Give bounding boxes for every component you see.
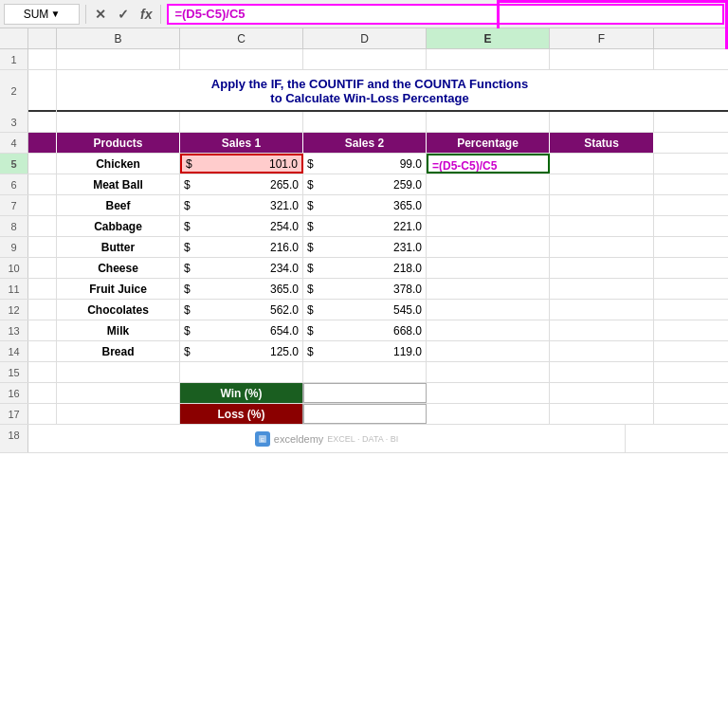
cell-e1[interactable] [427,49,550,69]
formula-input[interactable]: =(D5-C5)/C5 [167,4,724,25]
cell-d11[interactable]: $378.0 [303,279,427,299]
cell-e12[interactable] [427,300,550,320]
cell-b1[interactable] [57,49,180,69]
cell-a6[interactable] [28,174,57,194]
cell-a11[interactable] [28,279,57,299]
cell-d7[interactable]: $365.0 [303,195,427,215]
cell-c5[interactable]: $ 101.0 [180,154,303,174]
cell-c1[interactable] [180,49,303,69]
cell-a2[interactable] [28,70,57,112]
cell-d3[interactable] [303,112,427,132]
cell-c8[interactable]: $254.0 [180,216,303,236]
cell-f15[interactable] [550,362,654,382]
cell-d13[interactable]: $668.0 [303,320,427,340]
cell-b12[interactable]: Chocolates [57,300,180,320]
cell-e8[interactable] [427,216,550,236]
cell-f13[interactable] [550,320,654,340]
cell-d16-win-val[interactable] [303,383,427,403]
cell-e11[interactable] [427,279,550,299]
cell-f4-status[interactable]: Status [550,133,654,153]
cell-b16[interactable] [57,383,180,403]
cell-b15[interactable] [57,362,180,382]
cell-e9[interactable] [427,237,550,257]
cell-a15[interactable] [28,362,57,382]
cell-d14[interactable]: $119.0 [303,341,427,361]
cell-c11[interactable]: $365.0 [180,279,303,299]
cell-b9[interactable]: Butter [57,237,180,257]
cell-c16-win[interactable]: Win (%) [180,383,303,403]
cell-f12[interactable] [550,300,654,320]
cell-b4-products[interactable]: Products [57,133,180,153]
cell-e4-percentage[interactable]: Percentage [427,133,550,153]
cell-a13[interactable] [28,320,57,340]
cell-b10[interactable]: Cheese [57,258,180,278]
cell-a14[interactable] [28,341,57,361]
cell-a17[interactable] [28,404,57,424]
cell-e16[interactable] [427,383,550,403]
cell-f9[interactable] [550,237,654,257]
cell-c17-loss[interactable]: Loss (%) [180,404,303,424]
cell-a8[interactable] [28,216,57,236]
cell-f16[interactable] [550,383,654,403]
cell-c12[interactable]: $562.0 [180,300,303,320]
name-box[interactable]: SUM ▼ [4,4,80,25]
cell-d4-sales2[interactable]: Sales 2 [303,133,427,153]
cell-f3[interactable] [550,112,654,132]
cell-b5[interactable]: Chicken [57,154,180,174]
cell-a1[interactable] [28,49,57,69]
cell-c6[interactable]: $265.0 [180,174,303,194]
cell-c4-sales1[interactable]: Sales 1 [180,133,303,153]
cell-f10[interactable] [550,258,654,278]
cell-d10[interactable]: $218.0 [303,258,427,278]
cell-b6[interactable]: Meat Ball [57,174,180,194]
cell-a10[interactable] [28,258,57,278]
cell-d9[interactable]: $231.0 [303,237,427,257]
cell-b7[interactable]: Beef [57,195,180,215]
cell-e6[interactable] [427,174,550,194]
cell-c15[interactable] [180,362,303,382]
cell-a4[interactable] [28,133,57,153]
cell-f11[interactable] [550,279,654,299]
cell-e5[interactable]: =(D5-C5)/C5 [427,154,550,174]
cell-c7[interactable]: $321.0 [180,195,303,215]
cell-a7[interactable] [28,195,57,215]
cell-a3[interactable] [28,112,57,132]
cell-d5[interactable]: $ 99.0 [303,154,427,174]
cell-f7[interactable] [550,195,654,215]
cell-c13[interactable]: $654.0 [180,320,303,340]
cell-f1[interactable] [550,49,654,69]
cell-d17-loss-val[interactable] [303,404,427,424]
cell-d12[interactable]: $545.0 [303,300,427,320]
cell-e10[interactable] [427,258,550,278]
confirm-icon[interactable]: ✓ [115,5,132,24]
cell-f14[interactable] [550,341,654,361]
cell-c10[interactable]: $234.0 [180,258,303,278]
cell-a5[interactable] [28,154,57,174]
cancel-icon[interactable]: ✕ [92,5,109,24]
cell-e14[interactable] [427,341,550,361]
cell-c3[interactable] [180,112,303,132]
cell-a12[interactable] [28,300,57,320]
cell-b8[interactable]: Cabbage [57,216,180,236]
cell-f17[interactable] [550,404,654,424]
cell-b14[interactable]: Bread [57,341,180,361]
cell-e15[interactable] [427,362,550,382]
cell-b3[interactable] [57,112,180,132]
cell-d8[interactable]: $221.0 [303,216,427,236]
cell-b13[interactable]: Milk [57,320,180,340]
cell-b11[interactable]: Fruit Juice [57,279,180,299]
cell-f6[interactable] [550,174,654,194]
cell-d15[interactable] [303,362,427,382]
cell-e7[interactable] [427,195,550,215]
cell-d6[interactable]: $259.0 [303,174,427,194]
cell-f8[interactable] [550,216,654,236]
cell-c9[interactable]: $216.0 [180,237,303,257]
cell-f5[interactable]: ◄ [550,154,654,174]
cell-b17[interactable] [57,404,180,424]
cell-a16[interactable] [28,383,57,403]
cell-e17[interactable] [427,404,550,424]
cell-e13[interactable] [427,320,550,340]
cell-c14[interactable]: $125.0 [180,341,303,361]
cell-a9[interactable] [28,237,57,257]
cell-e3[interactable] [427,112,550,132]
